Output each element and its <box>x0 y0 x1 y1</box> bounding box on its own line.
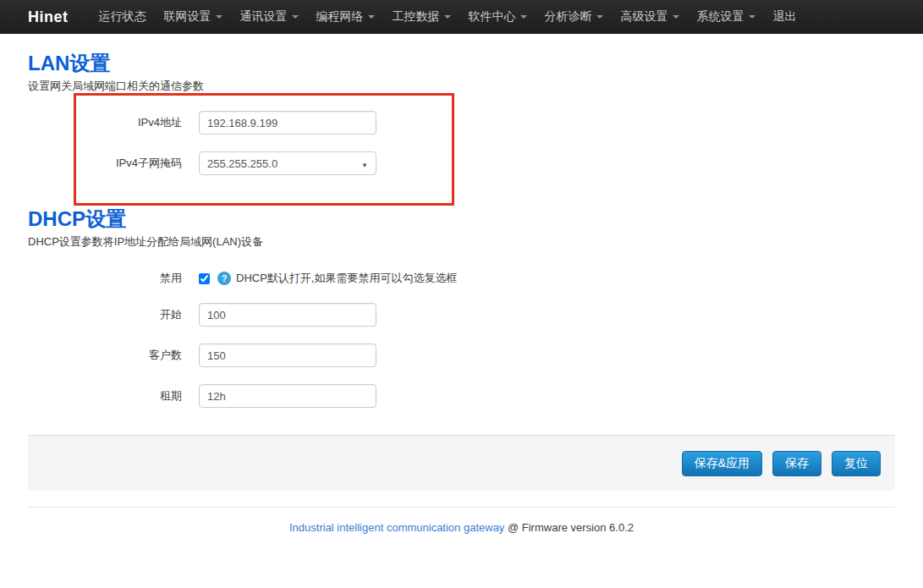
chevron-down-icon <box>520 15 527 19</box>
top-navbar: Hinet 运行状态 联网设置 通讯设置 编程网络 工控数据 软件中心 分析诊断… <box>0 0 923 34</box>
reset-button[interactable]: 复位 <box>832 451 881 476</box>
nav-item-label: 工控数据 <box>393 9 440 25</box>
chevron-down-icon <box>444 15 451 19</box>
nav-item-label: 运行状态 <box>99 9 146 25</box>
nav-item-label: 联网设置 <box>164 9 212 25</box>
ipv4-netmask-value: 255.255.255.0 <box>207 157 277 170</box>
dhcp-clients-label: 客户数 <box>28 348 182 363</box>
dhcp-settings-section: DHCP设置 DHCP设置参数将IP地址分配给局域网(LAN)设备 禁用 DHC… <box>28 208 895 408</box>
nav-item-system-settings[interactable]: 系统设置 <box>692 9 761 25</box>
brand-logo[interactable]: Hinet <box>28 8 69 26</box>
nav-item-network-settings[interactable]: 联网设置 <box>159 9 228 25</box>
nav-item-label: 软件中心 <box>469 9 516 25</box>
nav-item-industrial-data[interactable]: 工控数据 <box>387 9 456 25</box>
dhcp-lease-label: 租期 <box>28 388 182 404</box>
ipv4-netmask-row: IPv4子网掩码 255.255.255.0 <box>28 151 895 175</box>
chevron-down-icon <box>361 157 368 170</box>
save-button[interactable]: 保存 <box>772 451 821 476</box>
dhcp-disable-row: 禁用 DHCP默认打开,如果需要禁用可以勾选复选框 <box>28 271 895 286</box>
nav-item-advanced-settings[interactable]: 高级设置 <box>616 9 684 25</box>
main-content: LAN设置 设置网关局域网端口相关的通信参数 IPv4地址 IPv4子网掩码 2… <box>28 52 895 408</box>
save-apply-button[interactable]: 保存&应用 <box>682 451 762 476</box>
lan-section-title: LAN设置 <box>28 52 895 74</box>
nav-item-diagnostics[interactable]: 分析诊断 <box>540 9 608 25</box>
ipv4-address-row: IPv4地址 <box>28 111 895 135</box>
footer-divider <box>28 507 895 508</box>
nav-item-label: 分析诊断 <box>545 9 592 25</box>
chevron-down-icon <box>673 15 679 19</box>
chevron-down-icon <box>596 15 603 19</box>
help-icon[interactable] <box>217 272 231 285</box>
nav-item-software-center[interactable]: 软件中心 <box>464 9 532 25</box>
nav-item-label: 高级设置 <box>621 9 668 25</box>
firmware-version-text: @ Firmware version 6.0.2 <box>504 521 634 534</box>
ipv4-address-label: IPv4地址 <box>28 115 182 130</box>
dhcp-disable-checkbox[interactable] <box>199 273 210 284</box>
lan-section-description: 设置网关局域网端口相关的通信参数 <box>28 80 895 93</box>
chevron-down-icon <box>368 15 375 19</box>
page-footer: Industrial intelligent communication gat… <box>0 521 923 534</box>
dhcp-disable-hint: DHCP默认打开,如果需要禁用可以勾选复选框 <box>236 271 457 286</box>
dhcp-clients-row: 客户数 <box>28 343 895 367</box>
dhcp-lease-row: 租期 <box>28 384 895 408</box>
chevron-down-icon <box>216 15 223 19</box>
page-actions-bar: 保存&应用 保存 复位 <box>28 435 895 491</box>
dhcp-start-input[interactable] <box>199 303 376 327</box>
gateway-link[interactable]: Industrial intelligent communication gat… <box>289 521 504 534</box>
nav-item-label: 通讯设置 <box>240 9 288 25</box>
dhcp-section-description: DHCP设置参数将IP地址分配给局域网(LAN)设备 <box>28 235 895 249</box>
dhcp-start-label: 开始 <box>28 307 182 322</box>
nav-item-label: 退出 <box>773 9 797 25</box>
dhcp-start-row: 开始 <box>28 303 895 327</box>
nav-item-logout[interactable]: 退出 <box>768 9 802 25</box>
nav-item-run-status[interactable]: 运行状态 <box>94 9 151 25</box>
ipv4-netmask-label: IPv4子网掩码 <box>28 156 182 171</box>
chevron-down-icon <box>749 15 755 19</box>
dhcp-disable-label: 禁用 <box>28 271 182 286</box>
ipv4-netmask-select[interactable]: 255.255.255.0 <box>199 151 376 175</box>
nav-item-label: 编程网络 <box>316 9 364 25</box>
dhcp-lease-input[interactable] <box>199 384 376 408</box>
nav-item-programming-network[interactable]: 编程网络 <box>311 9 380 25</box>
nav-menu: 运行状态 联网设置 通讯设置 编程网络 工控数据 软件中心 分析诊断 高级设置 … <box>94 9 810 25</box>
dhcp-section-title: DHCP设置 <box>28 208 895 230</box>
chevron-down-icon <box>292 15 299 19</box>
ipv4-address-input[interactable] <box>199 111 376 135</box>
dhcp-clients-input[interactable] <box>199 343 376 367</box>
nav-item-label: 系统设置 <box>697 9 744 25</box>
nav-item-comm-settings[interactable]: 通讯设置 <box>235 9 304 25</box>
lan-settings-section: LAN设置 设置网关局域网端口相关的通信参数 IPv4地址 IPv4子网掩码 2… <box>28 52 895 175</box>
